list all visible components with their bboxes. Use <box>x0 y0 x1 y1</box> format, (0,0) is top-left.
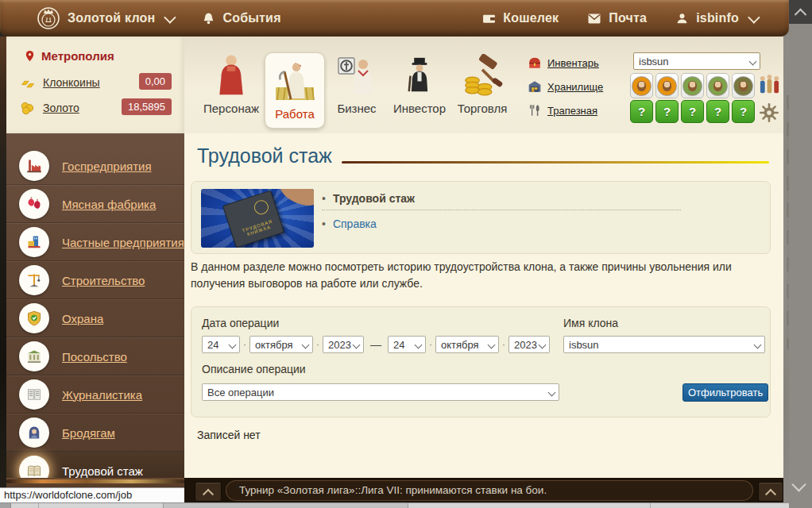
bell-icon[interactable] <box>202 12 215 25</box>
currency-link[interactable]: Золото <box>43 102 79 114</box>
chevron-down-icon <box>548 389 556 397</box>
year-to-select[interactable]: 2023 <box>508 336 550 353</box>
day-from-select[interactable]: 24 <box>202 336 240 353</box>
vertical-scrollbar-track[interactable] <box>789 24 812 508</box>
clone-group-icon[interactable] <box>758 73 781 99</box>
nav-item-work[interactable]: Работа <box>265 52 325 129</box>
clone-avatar-button[interactable] <box>706 73 729 98</box>
avatar-column: ? <box>706 73 730 124</box>
chevron-up-icon <box>765 488 776 499</box>
ticker-collapse-button-left[interactable] <box>195 482 222 502</box>
user-menu[interactable]: isbinfo <box>696 11 739 25</box>
chevron-down-icon[interactable] <box>748 11 760 24</box>
nav-item-trade[interactable]: Торговля <box>453 48 512 127</box>
chevron-down-icon <box>229 341 237 349</box>
workbook-image: ТРУДОВАЯ КНИЖКА <box>201 189 314 248</box>
sidebar-item-newspaper[interactable]: Журналистика <box>6 375 184 414</box>
date-label: Дата операции <box>202 317 279 329</box>
nav-item-business[interactable]: Бизнес <box>327 48 386 127</box>
nav-link-chest[interactable]: Инвентарь <box>528 56 599 70</box>
date-range-dash: — <box>370 338 381 351</box>
operation-select[interactable]: Все операции <box>202 383 559 401</box>
clone-select[interactable]: isbsun <box>633 52 760 70</box>
avatar-column: ? <box>630 73 654 124</box>
location-row: Метрополия <box>24 49 114 63</box>
avatar-slots: ? ? ? ? ? <box>630 73 756 124</box>
chevron-down-icon <box>488 341 496 349</box>
horizontal-scrollbar[interactable] <box>0 502 812 508</box>
title-rule <box>342 161 769 164</box>
chevron-up-icon <box>795 8 807 21</box>
section-menu-current: •Трудовой стаж <box>322 190 764 207</box>
factory-icon <box>26 158 42 174</box>
date-separator-dot: · <box>429 339 432 350</box>
operation-select-slot: Все операции <box>202 383 559 401</box>
clone-avatar-button[interactable] <box>655 73 679 98</box>
ticker-collapse-button-right[interactable] <box>758 482 783 502</box>
sidebar: Госпредприятия Мясная фабрика Частные пр… <box>6 133 184 478</box>
scroll-up-button[interactable] <box>789 0 812 24</box>
sidebar-item-meat[interactable]: Мясная фабрика <box>6 185 184 223</box>
vertical-scrollbar <box>789 0 812 508</box>
currency-row-gold-coins: Золото 18,5895 <box>19 98 175 117</box>
mail-icon[interactable] <box>587 13 601 25</box>
brand-menu[interactable]: Золотой клон <box>68 11 155 25</box>
horizontal-scrollbar-thumb[interactable] <box>163 503 408 508</box>
chest-icon <box>528 56 542 70</box>
section-menu-link[interactable]: •Справка <box>322 215 764 233</box>
sidebar-item-factory[interactable]: Госпредприятия <box>6 148 184 185</box>
mail-link[interactable]: Почта <box>609 11 647 25</box>
filter-button[interactable]: Отфильтровать <box>682 383 768 402</box>
chevron-down-icon <box>754 341 762 349</box>
wallet-icon[interactable] <box>482 12 496 25</box>
day-to-select[interactable]: 24 <box>388 336 426 353</box>
dotted-separator <box>322 210 681 210</box>
storage-icon <box>528 79 542 94</box>
user-icon[interactable] <box>675 12 689 25</box>
wallet-link[interactable]: Кошелек <box>503 11 559 25</box>
nav-link-storage[interactable]: Хранилище <box>528 79 603 94</box>
chevron-up-icon <box>203 488 214 499</box>
logo-icon[interactable] <box>37 6 60 30</box>
newspaper-icon <box>26 387 42 402</box>
chevron-down-icon <box>302 341 310 349</box>
events-link[interactable]: События <box>222 11 280 25</box>
month-to-select[interactable]: октября <box>435 336 499 353</box>
chevron-down-icon[interactable] <box>164 11 177 24</box>
gear-icon[interactable] <box>758 101 781 124</box>
location-pin-icon <box>24 50 36 62</box>
clone-avatar-button[interactable] <box>630 73 653 98</box>
clone-avatar-button[interactable] <box>732 73 755 98</box>
sidebar-item-embassy[interactable]: Посольство <box>6 337 184 375</box>
sidebar-item-vagrant[interactable]: Бродягам <box>6 414 184 452</box>
nav-item-investor[interactable]: Инвестор <box>390 48 449 127</box>
clone-name-select[interactable]: isbsun <box>563 336 765 353</box>
clone-question-button[interactable]: ? <box>706 100 729 123</box>
shield-icon <box>26 310 42 326</box>
character-icon <box>202 48 261 97</box>
clone-name-label: Имя клона <box>563 317 618 329</box>
clone-question-button[interactable]: ? <box>732 100 755 123</box>
clone-question-button[interactable]: ? <box>681 100 704 123</box>
currency-link[interactable]: Клонкоины <box>43 76 100 89</box>
clone-avatar-icon <box>632 76 652 96</box>
year-from-select[interactable]: 2023 <box>323 336 364 353</box>
month-from-select[interactable]: октября <box>249 336 313 353</box>
topbar-left: Золотой клон События <box>0 6 281 30</box>
sidebar-item-shield[interactable]: Охрана <box>6 299 184 337</box>
nav-link-refectory[interactable]: Трапезная <box>528 103 597 117</box>
private-enterprise-icon <box>26 234 42 250</box>
sidebar-item-private-enterprise[interactable]: Частные предприятия <box>6 223 184 261</box>
page-background-left <box>0 37 6 508</box>
ticker-box: Турнир «Золотая лига»::Лига VII: принима… <box>226 480 753 501</box>
currency-value-badge: 0,00 <box>139 73 172 90</box>
sidebar-item-crane[interactable]: Строительство <box>6 261 184 299</box>
business-icon <box>327 48 386 97</box>
clone-question-button[interactable]: ? <box>655 100 679 123</box>
date-separator-dot: · <box>316 339 319 350</box>
active-clone-select[interactable]: isbsun <box>633 52 760 70</box>
avatar-column: ? <box>655 73 679 124</box>
nav-item-character[interactable]: Персонаж <box>202 48 261 127</box>
clone-avatar-button[interactable] <box>681 73 704 98</box>
clone-question-button[interactable]: ? <box>630 100 653 123</box>
